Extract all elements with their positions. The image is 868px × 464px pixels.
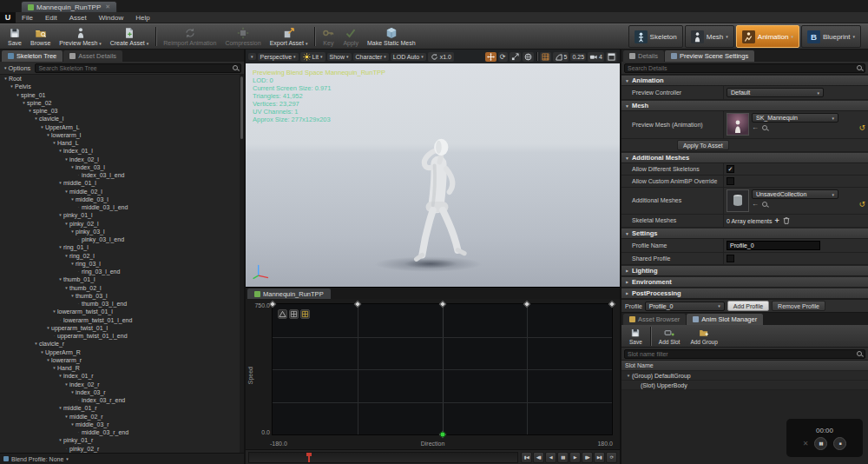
- blendspace-sample[interactable]: [608, 301, 615, 308]
- expander-icon[interactable]: ▼: [69, 262, 76, 266]
- expander-icon[interactable]: ▼: [63, 414, 69, 419]
- bone-index-03-l[interactable]: ▼index_03_l: [0, 163, 240, 171]
- bone-pinky-03-l[interactable]: ▼pinky_03_l: [0, 228, 240, 235]
- expander-icon[interactable]: ▼: [45, 358, 51, 362]
- tab-details[interactable]: Details: [623, 50, 664, 62]
- view-mode-dropdown[interactable]: Lit▾: [300, 52, 326, 62]
- tab-asset-details[interactable]: Asset Details: [63, 50, 122, 62]
- bone-middle-02-r[interactable]: ▼middle_02_r: [0, 413, 240, 421]
- use-selected-asset-icon[interactable]: ←: [752, 201, 759, 208]
- bone-middle-03-r[interactable]: ▼middle_03_r: [0, 421, 240, 428]
- compression-button[interactable]: Compression: [220, 24, 265, 49]
- save-button[interactable]: Save: [624, 327, 648, 346]
- media-close-icon[interactable]: ✕: [803, 440, 809, 447]
- bone-ring-02-l[interactable]: ▼ring_02_l: [0, 252, 240, 260]
- bone-clavicle-r[interactable]: ▼clavicle_r: [0, 340, 240, 348]
- tab-asset-browser[interactable]: Asset Browser: [623, 314, 686, 325]
- bone-middle-03-l-end[interactable]: ·middle_03_l_end: [0, 203, 240, 211]
- allow-custom-animbp-checkbox[interactable]: [727, 177, 734, 185]
- bone-root[interactable]: ▼Root: [0, 75, 240, 83]
- expander-icon[interactable]: ▼: [51, 141, 57, 145]
- slot-filter-input[interactable]: [628, 351, 857, 357]
- expander-icon[interactable]: ▼: [51, 309, 57, 314]
- create-asset-button[interactable]: Create Asset ▾: [106, 24, 154, 49]
- expander-icon[interactable]: ▼: [57, 277, 63, 282]
- bone-index-01-l[interactable]: ▼index_01_l: [0, 147, 240, 155]
- expander-icon[interactable]: ▼: [69, 229, 76, 234]
- menu-window[interactable]: Window: [93, 12, 129, 23]
- use-selected-asset-icon[interactable]: ←: [752, 124, 759, 131]
- bone-index-01-r[interactable]: ▼index_01_r: [0, 372, 240, 380]
- add-slot-button[interactable]: Add Slot: [654, 327, 686, 346]
- blendspace-preview-point[interactable]: [439, 432, 445, 438]
- export-asset-button[interactable]: Export Asset ▾: [266, 24, 312, 49]
- bone-thumb-01-l[interactable]: ▼thumb_01_l: [0, 275, 240, 283]
- bone-index-03-r[interactable]: ▼index_03_r: [0, 388, 240, 396]
- expander-icon[interactable]: ▼: [69, 294, 76, 298]
- expander-icon[interactable]: ▼: [39, 350, 45, 355]
- chevron-down-icon[interactable]: ▾: [852, 34, 855, 39]
- labels-toggle[interactable]: [300, 309, 310, 319]
- skip-to-start-button[interactable]: ▮◀: [521, 452, 532, 463]
- options-button[interactable]: ▾ Options: [3, 64, 32, 72]
- perspective-dropdown[interactable]: Perspective▾: [258, 53, 299, 61]
- bone-index-03-r-end[interactable]: ·index_03_r_end: [0, 396, 240, 404]
- expander-icon[interactable]: ▼: [63, 189, 69, 194]
- expander-icon[interactable]: ▼: [63, 286, 69, 290]
- section-animation[interactable]: ▼Animation: [621, 75, 868, 86]
- preview-controller-dropdown[interactable]: Default▾: [727, 88, 824, 97]
- expander-icon[interactable]: ▼: [69, 390, 76, 394]
- key-button[interactable]: Key: [318, 24, 339, 49]
- expander-icon[interactable]: ▼: [45, 326, 51, 330]
- browse-to-asset-icon[interactable]: [762, 202, 767, 207]
- bone-hand-l[interactable]: ▼Hand_L: [0, 139, 240, 147]
- slot-row[interactable]: (Slot) UpperBody: [621, 381, 868, 390]
- expander-icon[interactable]: ▼: [45, 133, 51, 137]
- menu-edit[interactable]: Edit: [39, 12, 63, 23]
- bone-pinky-01-l[interactable]: ▼pinky_01_l: [0, 211, 240, 219]
- apply-button[interactable]: Apply: [339, 24, 363, 49]
- viewport-canvas[interactable]: Previewing Blend Space Mannequin_RunTPP …: [246, 63, 620, 287]
- bone-thumb-03-l[interactable]: ▼thumb_03_l: [0, 292, 240, 300]
- expander-icon[interactable]: ▼: [51, 366, 57, 370]
- bone-pinky-02-r[interactable]: ·pinky_02_r: [0, 445, 240, 453]
- grid-toggle[interactable]: [289, 309, 299, 319]
- bone-upperarm-twist-01-l-end[interactable]: ·upperarm_twist_01_l_end: [0, 332, 240, 340]
- apply-to-asset-button[interactable]: Apply To Asset: [677, 140, 729, 150]
- bone-middle-02-l[interactable]: ▼middle_02_l: [0, 188, 240, 196]
- bone-middle-01-r[interactable]: ▼middle_01_r: [0, 404, 240, 412]
- expander-icon[interactable]: ▼: [27, 109, 33, 113]
- chevron-down-icon[interactable]: ▾: [726, 34, 728, 39]
- remove-profile-button[interactable]: Remove Profile: [772, 301, 825, 311]
- slot-filter[interactable]: [624, 349, 865, 359]
- profile-dropdown[interactable]: Profile_0▾: [645, 302, 725, 311]
- tab-blendspace-document[interactable]: Mannequin_RunTPP: [247, 288, 331, 299]
- skip-to-end-button[interactable]: ▶▮: [594, 452, 605, 463]
- bone-index-03-l-end[interactable]: ·index_03_l_end: [0, 171, 240, 179]
- bone-ring-03-l[interactable]: ▼ring_03_l: [0, 260, 240, 268]
- bone-pinky-02-l[interactable]: ▼pinky_02_l: [0, 220, 240, 228]
- tab-anim-slot-manager[interactable]: Anim Slot Manager: [687, 314, 763, 325]
- mode-blueprint-button[interactable]: BBlueprint▾: [801, 25, 861, 48]
- bone-pelvis[interactable]: ▼Pelvis: [0, 83, 240, 90]
- expander-icon[interactable]: ▼: [33, 341, 39, 346]
- character-dropdown[interactable]: Character▾: [353, 53, 389, 61]
- mode-animation-button[interactable]: Animation▾: [736, 25, 799, 48]
- timeline-scrubber[interactable]: [248, 452, 518, 463]
- tab-skeleton-tree[interactable]: Skeleton Tree: [2, 50, 62, 62]
- grid-snap-toggle[interactable]: [540, 52, 551, 62]
- preview-character[interactable]: [391, 112, 483, 270]
- bone-pinky-01-r[interactable]: ▼pinky_01_r: [0, 436, 240, 444]
- bone-middle-01-l[interactable]: ▼middle_01_l: [0, 179, 240, 187]
- bone-ring-03-l-end[interactable]: ·ring_03_l_end: [0, 268, 240, 275]
- playback-speed-button[interactable]: x1.0: [428, 52, 454, 62]
- expander-icon[interactable]: ▼: [63, 222, 69, 226]
- add-array-element-icon[interactable]: +: [775, 217, 779, 225]
- viewport-menu-button[interactable]: ▾: [248, 53, 256, 60]
- mode-skeleton-button[interactable]: Skeleton: [628, 25, 683, 48]
- section-additional-meshes[interactable]: ▼Additional Meshes: [621, 152, 868, 163]
- expander-icon[interactable]: ▼: [57, 149, 63, 153]
- section-lighting[interactable]: ▼Lighting: [621, 265, 868, 276]
- bone-middle-03-l[interactable]: ▼middle_03_l: [0, 196, 240, 203]
- bone-upperarm-twist-01-l[interactable]: ▼upperarm_twist_01_l: [0, 324, 240, 332]
